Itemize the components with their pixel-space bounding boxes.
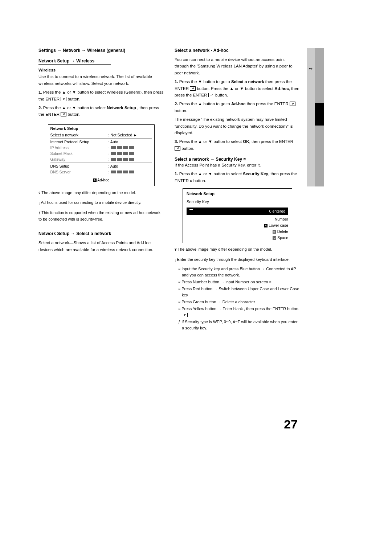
secfig-hints: Number A Lower case B Delete C Space	[183, 215, 292, 243]
color-c-icon: C	[273, 236, 276, 240]
note-model-differ-2-text: The above image may differ depending on …	[177, 247, 272, 251]
step-1-text: Press the ▲ or ▼ button to select Wirele…	[38, 90, 163, 101]
fig-v-subnet: :	[109, 151, 152, 156]
fig-k-dns-server: DNS Server	[50, 170, 109, 174]
sidebar-current-section	[315, 103, 324, 126]
search-icon: ¤	[190, 178, 192, 183]
wireless-intro: Use this to connect to a wireless networ…	[38, 73, 164, 87]
note-security-free-text: This function is supported when the exis…	[38, 210, 160, 221]
heading-security-key: Select a network → Security Key ¤	[175, 157, 300, 162]
left-column: Settings → Network → Wireless (general) …	[38, 47, 164, 253]
fig-v-dns-server: :	[109, 170, 152, 174]
fig-sep	[50, 163, 152, 163]
note-security-free: ƒ This function is supported when the ex…	[38, 210, 164, 222]
boxes-icon	[111, 152, 134, 155]
enter-icon	[290, 102, 295, 106]
step-2-end: button.	[68, 112, 81, 116]
boxes-icon	[111, 146, 134, 149]
enter-icon	[208, 93, 214, 97]
note-keyboard: ¡ Enter the security key through the dis…	[175, 256, 300, 263]
color-a-icon: A	[93, 178, 97, 182]
figure-network-setup: Network Setup Select a network: Not Sele…	[48, 124, 155, 186]
adhoc-step-3: 3. Press the ▲ or ▼ button to select OK,…	[175, 138, 300, 152]
step-2-head: Press the ▲ or ▼ button to select	[43, 106, 107, 110]
adhoc-step-1: 1. Press the ▼ button to go to Select a …	[175, 78, 300, 98]
secfig-input: 0 entered	[187, 208, 288, 215]
hint-number: Number	[275, 217, 288, 221]
fig-k-select: Select a network	[50, 133, 109, 137]
fig-v-dns: : Auto	[109, 164, 152, 168]
fig-v-ip-setup: : Auto	[109, 140, 152, 144]
step-1-tail: button.	[68, 97, 81, 101]
security-step-1: 1. Press the ▲ or ▼ button to select Sec…	[175, 171, 300, 184]
color-a-icon: A	[264, 224, 268, 227]
search-icon: ¤	[269, 280, 271, 284]
secfig-inner: Security Key	[187, 200, 288, 204]
right-column: Select a network - Ad-hoc You can connec…	[175, 47, 300, 337]
note-adhoc-text: Ad-hoc is used for connecting to a mobil…	[41, 200, 141, 205]
heading-adhoc: Select a network - Ad-hoc	[175, 48, 240, 54]
enter-icon	[175, 146, 180, 151]
bullet-6: ƒ If Security type is WEP, 0~9, A~F will…	[182, 319, 300, 331]
color-b-icon: B	[273, 230, 276, 234]
heading-wireless-general: Settings → Network → Wireless (general)	[38, 48, 164, 54]
heading-select-network: Network Setup → Select a network	[38, 231, 133, 237]
bullet-5: « Press Yellow button → Enter blank , th…	[182, 306, 300, 318]
fig-k-gateway: Gateway	[50, 157, 109, 161]
fig-v-ip: :	[109, 145, 152, 150]
note-adhoc: ¡ Ad-hoc is used for connecting to a mob…	[38, 200, 164, 206]
step-2-mid: Network Setup	[107, 106, 136, 110]
fig-k-ip-setup: Internet Protocol Setup	[50, 140, 109, 144]
enter-icon	[61, 97, 66, 101]
fig-k-ip: IP Address	[50, 145, 109, 150]
fig-k-dns: DNS Setup	[50, 164, 109, 168]
boxes-icon	[111, 171, 134, 173]
hint-delete: Delete	[277, 229, 288, 234]
fig-k-subnet: Subnet Mask	[50, 151, 109, 156]
step-2: 2. Press the ▲ or ▼ button to select Net…	[38, 104, 164, 118]
select-network-intro: Select a network—Shows a list of Access …	[38, 239, 164, 253]
bullet-1: « Input the Security key and press Blue …	[182, 266, 300, 278]
figure-title: Network Setup	[50, 126, 152, 131]
note-keyboard-text: Enter the security key through the displ…	[177, 257, 290, 262]
label-wireless: Wireless	[38, 67, 164, 73]
fig-v-gateway: :	[109, 157, 152, 161]
adhoc-message: The message 'The existing network system…	[175, 116, 300, 136]
network-icon: ⇔	[309, 66, 313, 71]
secfig-entered: 0 entered	[269, 209, 285, 213]
heading-security-key-text: Select a network → Security Key	[175, 157, 242, 162]
sidebar: ⇔	[307, 48, 324, 186]
figure-footer-text: Ad-hoc	[97, 178, 110, 182]
security-key-intro: If the Access Point has a Security Key, …	[175, 162, 300, 168]
note-model-differ: ¢ The above image may differ depending o…	[38, 190, 164, 196]
secfig-title: Network Setup	[183, 189, 292, 198]
figure-footer: A Ad-hoc	[50, 178, 152, 182]
boxes-icon	[111, 158, 134, 161]
note-symbol: ƒ	[38, 210, 41, 215]
page: ⇔ Settings → Network → Wireless (general…	[0, 0, 392, 542]
page-number: 27	[284, 417, 298, 431]
bullet-4: « Press Green button → Delete a characte…	[182, 299, 300, 305]
hint-lowercase: Lower case	[269, 223, 288, 227]
figure-security-key: Network Setup Security Key 0 entered Num…	[183, 188, 292, 243]
wireless-label: Wireless	[38, 68, 56, 72]
content: Settings → Network → Wireless (general) …	[38, 47, 300, 337]
fig-v-select: : Not Selected ►	[109, 133, 152, 137]
enter-icon	[61, 112, 66, 116]
enter-icon	[190, 86, 196, 91]
note-model-differ-text: The above image may differ depending on …	[41, 190, 136, 195]
fig-sep	[50, 138, 152, 139]
hint-space: Space	[277, 235, 288, 240]
adhoc-intro: You can connect to a mobile device witho…	[175, 56, 300, 76]
note-model-differ-2: ¥ The above image may differ depending o…	[175, 246, 300, 253]
step-1: 1. Press the ▲ or ▼ button to select Wir…	[38, 89, 164, 102]
search-icon: ¤	[243, 157, 246, 162]
security-bullets: « Input the Security key and press Blue …	[175, 266, 300, 331]
bullet-2: « Press Number button → input Number on …	[182, 279, 300, 285]
adhoc-step-2: 2. Press the ▲ button to go to Ad-hoc th…	[175, 100, 300, 114]
bullet-3: « Press Red button → Switch between Uppe…	[182, 286, 300, 298]
cursor-icon	[189, 209, 193, 210]
enter-icon	[182, 313, 188, 317]
heading-network-setup-wireless: Network Setup → Wireless	[38, 58, 111, 65]
